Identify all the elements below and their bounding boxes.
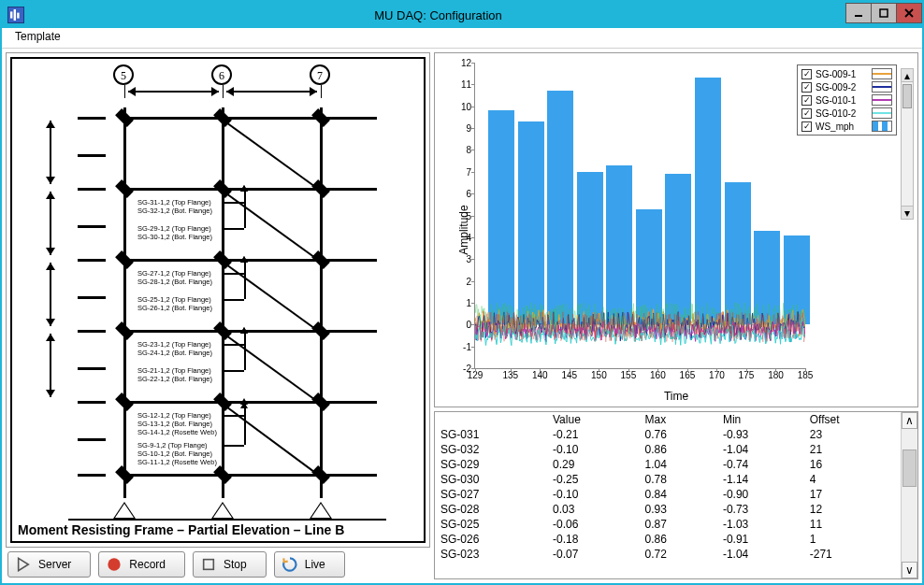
sensor-label: SG-26-1,2 (Bot. Flange) xyxy=(137,305,212,312)
sensor-label: SG-24-1,2 (Bot. Flange) xyxy=(137,350,212,357)
legend-checkbox[interactable]: ✓ xyxy=(801,82,812,93)
cell-name: SG-026 xyxy=(435,532,547,547)
frame-diagram: 567SG-31-1,2 (Top Flange)SG-32-1,2 (Bot.… xyxy=(10,57,426,543)
stop-label: Stop xyxy=(224,558,247,571)
svg-point-5 xyxy=(108,558,121,570)
legend-checkbox[interactable]: ✓ xyxy=(801,121,812,132)
column-header[interactable]: Offset xyxy=(804,412,901,427)
legend-swatch xyxy=(872,94,892,106)
legend-item[interactable]: ✓SG-010-2 xyxy=(800,107,894,120)
cell-max: 0.72 xyxy=(640,547,717,562)
column-header[interactable]: Value xyxy=(547,412,640,427)
data-table-panel: ValueMaxMinOffset SG-031-0.210.76-0.9323… xyxy=(434,411,918,579)
cell-max: 0.76 xyxy=(640,427,717,442)
cell-max: 0.86 xyxy=(640,532,717,547)
app-icon xyxy=(7,7,24,23)
legend-label: SG-010-1 xyxy=(816,95,868,106)
legend-swatch xyxy=(872,107,892,119)
column-header[interactable] xyxy=(435,412,547,427)
table-row[interactable]: SG-025-0.060.87-1.0311 xyxy=(435,517,901,532)
cell-name: SG-030 xyxy=(435,472,547,487)
stop-button[interactable]: Stop xyxy=(193,551,267,578)
legend-item[interactable]: ✓SG-009-2 xyxy=(800,80,894,93)
table-row[interactable]: SG-0280.030.93-0.7312 xyxy=(435,502,901,517)
sensor-label: SG-14-1,2 (Rosette Web) xyxy=(137,429,217,436)
live-button[interactable]: Live xyxy=(274,551,345,578)
scroll-up-icon[interactable]: ∧ xyxy=(902,412,917,429)
cell-min: -1.03 xyxy=(717,517,804,532)
sensor-label: SG-9-1,2 (Top Flange) xyxy=(137,442,208,449)
menu-template[interactable]: Template xyxy=(9,28,66,45)
svg-rect-4 xyxy=(880,9,888,17)
legend-label: SG-009-2 xyxy=(816,82,868,93)
table-row[interactable]: SG-026-0.180.86-0.911 xyxy=(435,532,901,547)
cell-value: -0.06 xyxy=(547,517,640,532)
sensor-label: SG-25-1,2 (Top Flange) xyxy=(137,296,211,304)
cell-offset: 23 xyxy=(804,427,901,442)
cell-min: -0.74 xyxy=(717,457,804,472)
cell-min: -0.93 xyxy=(717,427,804,442)
sensor-label: SG-11-1,2 (Rosette Web) xyxy=(137,459,217,466)
cell-min: -1.04 xyxy=(717,442,804,457)
cell-offset: -271 xyxy=(804,547,901,562)
svg-rect-0 xyxy=(10,11,12,18)
cell-max: 0.87 xyxy=(640,517,717,532)
cell-name: SG-027 xyxy=(435,487,547,502)
cell-offset: 17 xyxy=(804,487,901,502)
table-row[interactable]: SG-027-0.100.84-0.9017 xyxy=(435,487,901,502)
plot-area[interactable]: -2-1012345678910111212913514014515015516… xyxy=(474,63,805,369)
sensor-label: SG-12-1,2 (Top Flange) xyxy=(137,412,211,420)
cell-name: SG-025 xyxy=(435,517,547,532)
cell-value: -0.10 xyxy=(547,442,640,457)
cell-offset: 4 xyxy=(804,472,901,487)
cell-max: 0.86 xyxy=(640,442,717,457)
legend-item[interactable]: ✓SG-010-1 xyxy=(800,93,894,107)
chart-panel: Amplitude Time -2-1012345678910111212913… xyxy=(434,52,918,407)
server-button[interactable]: Server xyxy=(7,551,91,578)
x-axis-label: Time xyxy=(664,390,688,403)
record-button[interactable]: Record xyxy=(98,551,185,578)
server-label: Server xyxy=(38,558,71,571)
cell-value: -0.07 xyxy=(547,547,640,562)
cell-max: 0.93 xyxy=(640,502,717,517)
diagram-caption: Moment Resisting Frame – Partial Elevati… xyxy=(12,522,424,537)
legend-swatch xyxy=(872,68,892,79)
menubar: Template xyxy=(2,28,922,49)
legend-checkbox[interactable]: ✓ xyxy=(801,95,812,106)
table-scrollbar[interactable]: ∧ ∨ xyxy=(901,412,917,578)
maximize-button[interactable] xyxy=(871,3,897,23)
cell-value: 0.03 xyxy=(547,502,640,517)
minimize-button[interactable] xyxy=(845,3,872,23)
sensor-label: SG-32-1,2 (Bot. Flange) xyxy=(137,207,212,215)
column-header[interactable]: Min xyxy=(717,412,804,427)
sensor-label: SG-30-1,2 (Bot. Flange) xyxy=(137,234,212,241)
cell-max: 0.84 xyxy=(640,487,717,502)
column-header[interactable]: Max xyxy=(640,412,717,427)
svg-rect-3 xyxy=(855,15,862,17)
cell-offset: 21 xyxy=(804,442,901,457)
cell-name: SG-032 xyxy=(435,442,547,457)
table-row[interactable]: SG-031-0.210.76-0.9323 xyxy=(435,427,901,442)
scroll-down-icon[interactable]: ∨ xyxy=(902,562,917,578)
table-row[interactable]: SG-0290.291.04-0.7416 xyxy=(435,457,901,472)
close-button[interactable] xyxy=(896,3,922,23)
legend-label: SG-010-2 xyxy=(816,108,868,119)
legend-item[interactable]: ✓WS_mph xyxy=(800,120,894,133)
sensor-label: SG-28-1,2 (Bot. Flange) xyxy=(137,278,212,286)
refresh-icon xyxy=(282,557,297,572)
cell-min: -0.91 xyxy=(717,532,804,547)
live-label: Live xyxy=(305,558,325,571)
legend-checkbox[interactable]: ✓ xyxy=(801,69,812,79)
table-row[interactable]: SG-032-0.100.86-1.0421 xyxy=(435,442,901,457)
client-area: 567SG-31-1,2 (Top Flange)SG-32-1,2 (Bot.… xyxy=(2,49,922,583)
cell-offset: 12 xyxy=(804,502,901,517)
table-row[interactable]: SG-023-0.070.72-1.04-271 xyxy=(435,547,901,562)
svg-rect-1 xyxy=(14,9,16,21)
scroll-thumb[interactable] xyxy=(902,449,917,487)
legend-checkbox[interactable]: ✓ xyxy=(801,108,812,119)
cell-name: SG-023 xyxy=(435,547,547,562)
cell-value: -0.10 xyxy=(547,487,640,502)
table-row[interactable]: SG-030-0.250.78-1.144 xyxy=(435,472,901,487)
legend-scrollbar[interactable]: ▴▾ xyxy=(901,68,914,220)
legend-item[interactable]: ✓SG-009-1 xyxy=(800,67,894,80)
